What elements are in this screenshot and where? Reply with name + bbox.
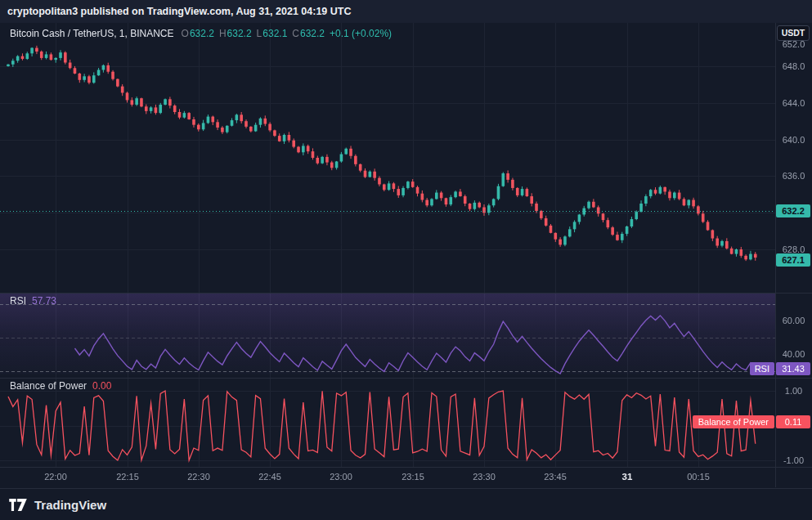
ohlc-close-value: 632.2 — [300, 28, 325, 39]
price-line-badge: 632.2 — [776, 204, 810, 217]
ohlc-open-label: O — [182, 28, 189, 39]
ohlc-low-label: L — [257, 28, 262, 39]
scale-label: -1.00 — [775, 455, 812, 465]
tradingview-snapshot: cryptopolitan3 published on TradingView.… — [0, 0, 812, 520]
time-label: 23:15 — [402, 472, 424, 482]
scale-label: 40.00 — [775, 349, 812, 359]
time-label: 23:30 — [473, 472, 496, 482]
bop-value-badge: 0.11 — [776, 415, 810, 428]
time-label: 23:45 — [544, 472, 567, 482]
scale-label: 640.0 — [775, 135, 812, 145]
ohlc-high-value: 632.2 — [227, 28, 252, 39]
ohlc-change: +0.1 (+0.02%) — [330, 28, 392, 39]
bop-name-badge: Balance of Power — [693, 415, 774, 428]
currency-button[interactable]: USDT — [777, 25, 810, 41]
bop-legend: Balance of Power0.00 — [10, 380, 111, 392]
last-price-badge: 627.1 — [776, 253, 810, 267]
ohlc-low-value: 632.1 — [262, 28, 287, 39]
time-label: 00:15 — [687, 472, 710, 482]
ohlc-open-value: 632.2 — [190, 28, 214, 39]
time-label: 23:00 — [330, 472, 352, 482]
time-label: 22:00 — [44, 472, 67, 482]
symbol-title[interactable]: Bitcoin Cash / TetherUS, 1, BINANCE — [10, 28, 174, 39]
time-label: 31 — [622, 472, 633, 482]
time-label: 22:15 — [116, 472, 139, 482]
rsi-legend: RSI57.73 — [10, 295, 56, 307]
ohlc-high-label: H — [219, 28, 227, 39]
rsi-value-badge: 31.43 — [776, 362, 810, 375]
scale-label: 644.0 — [775, 98, 812, 108]
scale-label: 60.00 — [775, 316, 812, 325]
rsi-legend-value: 57.73 — [32, 295, 56, 307]
scale-label: 1.00 — [775, 386, 812, 396]
time-label: 22:45 — [258, 472, 281, 482]
scale-label: 648.0 — [775, 61, 812, 71]
bop-title[interactable]: Balance of Power — [10, 380, 87, 392]
time-axis[interactable]: 22:0022:1522:3022:4523:0023:1523:3023:45… — [0, 0, 775, 520]
bop-legend-value: 0.00 — [92, 380, 111, 392]
symbol-legend: Bitcoin Cash / TetherUS, 1, BINANCEO632.… — [10, 28, 397, 39]
time-label: 22:30 — [187, 472, 210, 482]
scale-label: 636.0 — [775, 171, 812, 181]
ohlc-close-label: C — [292, 28, 299, 39]
rsi-name-badge: RSI — [750, 362, 774, 375]
rsi-title[interactable]: RSI — [10, 295, 26, 307]
